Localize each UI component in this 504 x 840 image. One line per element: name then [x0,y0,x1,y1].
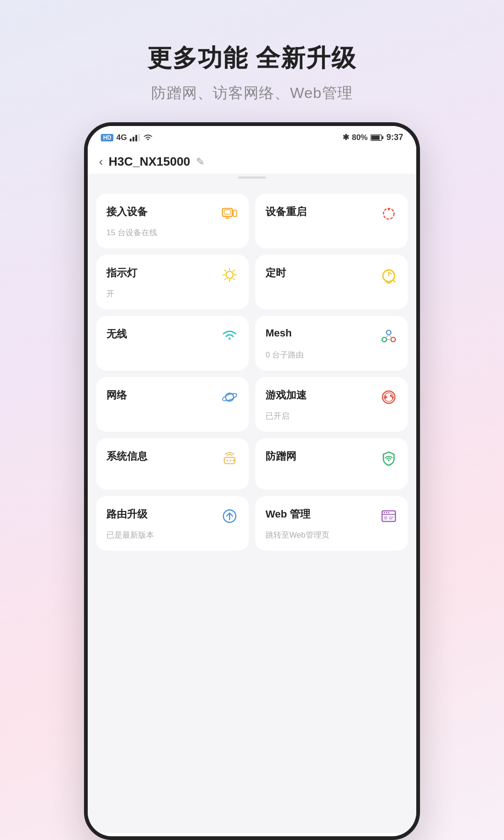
hd-badge: HD [101,134,113,141]
card-label: 无线 [106,327,127,341]
card-game-boost[interactable]: 游戏加速 已开启 [255,377,408,432]
card-header: 无线 [106,327,238,345]
page-subtitle: 防蹭网、访客网络、Web管理 [147,83,357,104]
svg-rect-5 [382,136,383,139]
svg-point-49 [386,512,387,513]
card-label: 系统信息 [106,449,147,463]
svg-point-35 [392,397,394,399]
card-network[interactable]: 网络 [96,377,249,432]
svg-point-24 [386,330,391,335]
bluetooth-icon: ✱ [343,133,349,142]
card-header: 系统信息 [106,449,238,467]
card-sub: 0 台子路由 [266,350,398,360]
svg-rect-6 [371,135,379,140]
page-title: 更多功能 全新升级 [147,42,357,75]
shield-icon [380,449,398,467]
svg-point-48 [384,512,385,513]
card-sub: 已开启 [266,411,398,421]
card-label: 网络 [106,388,127,402]
grid-container: 接入设备 15 台设备在线 设备重启 [88,186,416,558]
card-mesh[interactable]: Mesh 0 台子路由 [255,316,408,371]
upgrade-icon [221,507,238,525]
game-icon [380,388,398,406]
card-header: 接入设备 [106,205,238,223]
svg-rect-1 [133,137,134,141]
card-header: 路由升级 [106,507,238,525]
mesh-icon [380,327,398,345]
status-bar: HD 4G ✱ 80% 9:37 [88,126,416,146]
card-label: 防蹭网 [266,449,296,463]
svg-rect-3 [138,134,140,141]
card-label: 路由升级 [106,507,147,521]
nav-title: H3C_NX15000 [109,154,190,169]
back-button[interactable]: ‹ [99,154,103,169]
app-content: ‹ H3C_NX15000 ✎ 接入设备 15 台设备在线 [88,146,416,833]
card-header: 指示灯 [106,266,238,284]
light-icon [221,266,238,284]
card-reboot[interactable]: 设备重启 [255,194,408,248]
card-header: Mesh [266,327,398,345]
svg-rect-8 [224,210,231,214]
card-label: Mesh [266,327,292,339]
wifi-icon [221,327,238,345]
time-display: 9:37 [386,133,403,142]
bars-icon [130,134,140,141]
svg-point-13 [226,271,233,278]
card-indicator-light[interactable]: 指示灯 开 [96,255,249,309]
phone-mockup: HD 4G ✱ 80% 9:37 [84,122,420,840]
svg-line-19 [233,279,235,280]
card-label: 接入设备 [106,205,147,219]
edit-icon[interactable]: ✎ [196,156,204,168]
card-label: 游戏加速 [266,388,307,402]
system-icon [221,449,238,467]
card-web-manage[interactable]: Web 管理 跳转至Web管理页 [255,496,408,551]
page-header: 更多功能 全新升级 防蹭网、访客网络、Web管理 [147,0,357,104]
card-connected-devices[interactable]: 接入设备 15 台设备在线 [96,194,249,248]
card-header: 定时 [266,266,398,284]
card-header: 游戏加速 [266,388,398,406]
device-icon [221,205,238,223]
card-header: 网络 [106,388,238,406]
wifi-status-icon [143,134,153,141]
svg-point-39 [226,460,228,462]
battery-icon [371,134,384,141]
card-wireless[interactable]: 无线 [96,316,249,371]
card-label: Web 管理 [266,507,310,521]
card-sub: 开 [106,288,238,299]
svg-point-50 [388,512,390,513]
reboot-icon [380,205,398,223]
card-sub: 15 台设备在线 [106,227,238,238]
card-sub: 已是最新版本 [106,530,238,540]
signal-icon: 4G [116,133,127,142]
card-header: Web 管理 [266,507,398,525]
card-upgrade[interactable]: 路由升级 已是最新版本 [96,496,249,551]
card-label: 设备重启 [266,205,307,219]
card-sub: 跳转至Web管理页 [266,530,398,540]
svg-point-34 [390,395,392,397]
card-label: 指示灯 [106,266,137,280]
svg-line-28 [389,335,392,338]
status-right: ✱ 80% 9:37 [343,133,403,142]
card-system-info[interactable]: 系统信息 [96,438,249,490]
status-left: HD 4G [101,133,153,142]
top-nav: ‹ H3C_NX15000 ✎ [88,146,416,174]
svg-point-40 [230,460,231,462]
svg-rect-9 [233,210,237,216]
drag-handle [238,176,266,179]
web-icon [380,507,398,525]
svg-point-41 [233,460,235,462]
timer-icon [380,266,398,284]
card-timer[interactable]: 定时 [255,255,408,309]
card-header: 设备重启 [266,205,398,223]
battery-text: 80% [352,133,368,142]
svg-line-20 [233,270,235,272]
svg-line-18 [225,270,226,272]
svg-rect-45 [384,516,388,520]
svg-rect-2 [135,135,137,141]
card-label: 定时 [266,266,286,280]
svg-line-21 [225,279,226,280]
svg-line-27 [385,335,389,338]
svg-rect-0 [130,139,132,141]
card-anti-rub[interactable]: 防蹭网 [255,438,408,490]
network-icon [221,388,238,406]
